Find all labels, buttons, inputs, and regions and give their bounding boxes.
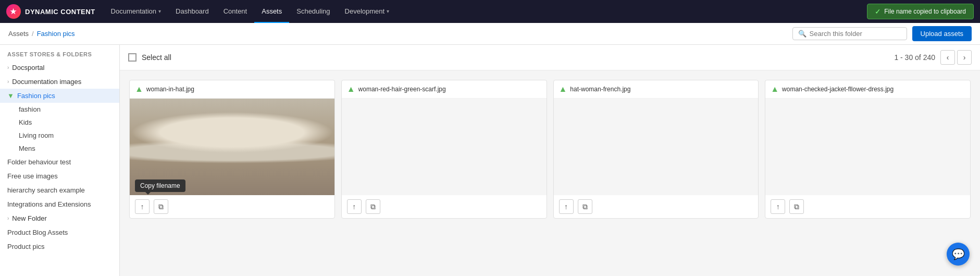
- pagination-info: 1 - 30 of 240: [894, 53, 935, 62]
- sidebar-item-hierarchy-search-example[interactable]: hierarchy search example: [0, 183, 119, 197]
- nav-development[interactable]: Development ▾: [338, 0, 397, 23]
- asset-footer-3: ↑ ⧉: [554, 195, 759, 218]
- breadcrumb-current[interactable]: Fashion pics: [37, 30, 75, 38]
- toast-message: File name copied to clipboard: [884, 8, 966, 15]
- nav-items: Documentation ▾ Dashboard Content Assets…: [104, 0, 867, 23]
- asset-card-header-4: ▲ woman-checked-jacket-fllower-dress.jpg: [765, 80, 970, 99]
- sidebar-child-fashion[interactable]: fashion: [0, 103, 119, 116]
- asset-card-header-2: ▲ woman-red-hair-green-scarf.jpg: [342, 80, 547, 99]
- select-all-label[interactable]: Select all: [142, 53, 171, 62]
- asset-filename-1: woman-in-hat.jpg: [146, 86, 194, 93]
- nav-documentation[interactable]: Documentation ▾: [104, 0, 168, 23]
- nav-content[interactable]: Content: [216, 0, 255, 23]
- asset-grid: ▲ woman-in-hat.jpg Copy filename ↑ ⧉ ▲ w…: [120, 70, 980, 228]
- clipboard-toast-container: ✓ File name copied to clipboard: [867, 4, 974, 19]
- asset-image-container-3[interactable]: [554, 99, 759, 195]
- main-layout: Asset stores & folders › Docsportal › Do…: [0, 45, 980, 276]
- upload-action-button-3[interactable]: ↑: [559, 199, 574, 214]
- nav-dashboard[interactable]: Dashboard: [168, 0, 216, 23]
- cloud-icon: ▲: [771, 85, 779, 94]
- cloud-icon: ▲: [135, 85, 143, 94]
- copy-action-button-2[interactable]: ⧉: [366, 199, 380, 214]
- app-logo[interactable]: ★ DYNAMIC CONTENT: [6, 4, 95, 19]
- upload-assets-button[interactable]: Upload assets: [912, 26, 972, 41]
- breadcrumb-right: 🔍 Upload assets: [792, 26, 972, 41]
- select-all-checkbox[interactable]: [128, 53, 137, 62]
- pagination-controls: ‹ ›: [940, 50, 972, 65]
- chevron-right-icon: ›: [7, 215, 9, 221]
- chevron-right-icon: ›: [7, 65, 9, 70]
- breadcrumb-root[interactable]: Assets: [8, 30, 29, 38]
- asset-image-2: [342, 99, 547, 195]
- chevron-down-icon: ▾: [387, 8, 389, 14]
- upload-action-button-2[interactable]: ↑: [347, 199, 362, 214]
- asset-card-4: ▲ woman-checked-jacket-fllower-dress.jpg…: [765, 80, 971, 219]
- top-navigation: ★ DYNAMIC CONTENT Documentation ▾ Dashbo…: [0, 0, 980, 23]
- upload-action-button-4[interactable]: ↑: [771, 199, 785, 214]
- content-area: Select all 1 - 30 of 240 ‹ › ▲ woman-in-…: [120, 45, 980, 276]
- sidebar-item-documentation-images[interactable]: › Documentation images: [0, 75, 119, 89]
- clipboard-toast: ✓ File name copied to clipboard: [867, 4, 974, 19]
- asset-card-3: ▲ hat-woman-french.jpg ↑ ⧉: [553, 80, 759, 219]
- breadcrumb-separator: /: [32, 30, 34, 38]
- nav-assets[interactable]: Assets: [254, 0, 289, 23]
- search-box[interactable]: 🔍: [792, 27, 907, 40]
- app-name: DYNAMIC CONTENT: [25, 8, 95, 16]
- sidebar-item-product-blog-assets[interactable]: Product Blog Assets: [0, 225, 119, 239]
- asset-footer-4: ↑ ⧉: [765, 195, 970, 218]
- prev-page-button[interactable]: ‹: [940, 50, 955, 65]
- next-page-button[interactable]: ›: [957, 50, 972, 65]
- breadcrumb-bar: Assets / Fashion pics 🔍 Upload assets: [0, 23, 980, 45]
- asset-card-2: ▲ woman-red-hair-green-scarf.jpg ↑ ⧉: [341, 80, 547, 219]
- sidebar: Asset stores & folders › Docsportal › Do…: [0, 45, 120, 276]
- copy-action-button-4[interactable]: ⧉: [789, 199, 804, 214]
- asset-image-3: [554, 99, 759, 195]
- asset-footer-2: ↑ ⧉: [342, 195, 547, 218]
- asset-filename-3: hat-woman-french.jpg: [570, 86, 630, 93]
- asset-filename-4: woman-checked-jacket-fllower-dress.jpg: [782, 86, 894, 93]
- asset-image-container-4[interactable]: [765, 99, 970, 195]
- sidebar-section-title: Asset stores & folders: [0, 45, 119, 61]
- chat-button[interactable]: 💬: [947, 243, 970, 266]
- nav-scheduling[interactable]: Scheduling: [289, 0, 337, 23]
- chevron-down-icon: ▾: [158, 8, 161, 14]
- sidebar-item-new-folder[interactable]: › New Folder: [0, 211, 119, 225]
- sidebar-item-product-pics[interactable]: Product pics: [0, 239, 119, 254]
- asset-filename-2: woman-red-hair-green-scarf.jpg: [358, 86, 446, 93]
- sidebar-child-mens[interactable]: Mens: [0, 142, 119, 155]
- check-icon: ✓: [875, 7, 881, 16]
- cloud-icon: ▲: [559, 85, 567, 94]
- copy-action-button-1[interactable]: ⧉: [154, 199, 168, 214]
- asset-image-container-2[interactable]: [342, 99, 547, 195]
- upload-action-button-1[interactable]: ↑: [135, 199, 150, 214]
- sidebar-item-integrations[interactable]: Integrations and Extensions: [0, 197, 119, 211]
- copy-filename-tooltip: Copy filename: [135, 179, 185, 192]
- search-icon: 🔍: [798, 30, 807, 38]
- sidebar-item-folder-behaviour-test[interactable]: Folder behaviour test: [0, 155, 119, 169]
- search-input[interactable]: [810, 30, 901, 38]
- cloud-icon: ▲: [347, 85, 355, 94]
- sidebar-item-free-use-images[interactable]: Free use images: [0, 169, 119, 183]
- asset-card-1: ▲ woman-in-hat.jpg Copy filename ↑ ⧉: [129, 80, 335, 219]
- chevron-right-icon: ›: [7, 79, 9, 85]
- sidebar-item-fashion-pics[interactable]: ▼ Fashion pics: [0, 89, 119, 103]
- sidebar-child-living-room[interactable]: Living room: [0, 129, 119, 142]
- logo-icon: ★: [6, 4, 21, 19]
- folder-icon: ▼: [7, 92, 14, 100]
- sidebar-item-docsportal[interactable]: › Docsportal: [0, 61, 119, 75]
- copy-action-button-3[interactable]: ⧉: [578, 199, 592, 214]
- asset-footer-1: Copy filename ↑ ⧉: [130, 195, 334, 218]
- content-toolbar: Select all 1 - 30 of 240 ‹ ›: [120, 45, 980, 70]
- asset-image-4: [765, 99, 970, 195]
- sidebar-child-kids[interactable]: Kids: [0, 116, 119, 129]
- asset-card-header-1: ▲ woman-in-hat.jpg: [130, 80, 334, 99]
- asset-card-header-3: ▲ hat-woman-french.jpg: [554, 80, 759, 99]
